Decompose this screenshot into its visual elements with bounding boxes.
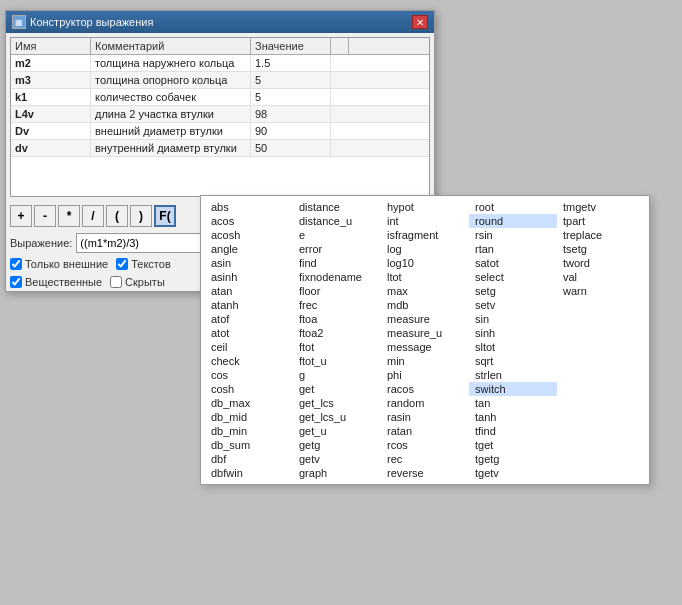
table-row[interactable]: m2 толщина наружнего кольца 1.5 <box>11 55 429 72</box>
func-atof[interactable]: atof <box>205 312 293 326</box>
func-setg[interactable]: setg <box>469 284 557 298</box>
func-atot[interactable]: atot <box>205 326 293 340</box>
func-treplace[interactable]: treplace <box>557 228 645 242</box>
func-get_u[interactable]: get_u <box>293 424 381 438</box>
func-asinh[interactable]: asinh <box>205 270 293 284</box>
func-sqrt[interactable]: sqrt <box>469 354 557 368</box>
func-random[interactable]: random <box>381 396 469 410</box>
func-sinh[interactable]: sinh <box>469 326 557 340</box>
func-frec[interactable]: frec <box>293 298 381 312</box>
func-ceil[interactable]: ceil <box>205 340 293 354</box>
func-get_lcs_u[interactable]: get_lcs_u <box>293 410 381 424</box>
func-db_mid[interactable]: db_mid <box>205 410 293 424</box>
func-acos[interactable]: acos <box>205 214 293 228</box>
func-tgetv[interactable]: tgetv <box>469 466 557 480</box>
open-paren-button[interactable]: ( <box>106 205 128 227</box>
func-g[interactable]: g <box>293 368 381 382</box>
func-tget[interactable]: tget <box>469 438 557 452</box>
func-sin[interactable]: sin <box>469 312 557 326</box>
func-ftot[interactable]: ftot <box>293 340 381 354</box>
func-log[interactable]: log <box>381 242 469 256</box>
func-switch[interactable]: switch <box>469 382 557 396</box>
table-row[interactable]: Dv внешний диаметр втулки 90 <box>11 123 429 140</box>
multiply-button[interactable]: * <box>58 205 80 227</box>
func-find[interactable]: find <box>293 256 381 270</box>
function-dropdown[interactable]: abs acos acosh angle asin asinh atan ata… <box>200 195 650 485</box>
func-tan[interactable]: tan <box>469 396 557 410</box>
checkbox-only-external[interactable]: Только внешние <box>10 258 108 270</box>
close-button[interactable]: ✕ <box>412 15 428 29</box>
func-strlen[interactable]: strlen <box>469 368 557 382</box>
func-tfind[interactable]: tfind <box>469 424 557 438</box>
func-atan[interactable]: atan <box>205 284 293 298</box>
func-get[interactable]: get <box>293 382 381 396</box>
func-message[interactable]: message <box>381 340 469 354</box>
func-dbfwin[interactable]: dbfwin <box>205 466 293 480</box>
close-paren-button[interactable]: ) <box>130 205 152 227</box>
table-row[interactable]: L4v длина 2 участка втулки 98 <box>11 106 429 123</box>
func-e[interactable]: e <box>293 228 381 242</box>
func-getg[interactable]: getg <box>293 438 381 452</box>
plus-button[interactable]: + <box>10 205 32 227</box>
func-db_min[interactable]: db_min <box>205 424 293 438</box>
table-row[interactable]: dv внутренний диаметр втулки 50 <box>11 140 429 157</box>
func-get_lcs[interactable]: get_lcs <box>293 396 381 410</box>
func-isfragment[interactable]: isfragment <box>381 228 469 242</box>
func-min[interactable]: min <box>381 354 469 368</box>
func-atanh[interactable]: atanh <box>205 298 293 312</box>
func-tmgetv[interactable]: tmgetv <box>557 200 645 214</box>
func-phi[interactable]: phi <box>381 368 469 382</box>
func-sltot[interactable]: sltot <box>469 340 557 354</box>
func-rasin[interactable]: rasin <box>381 410 469 424</box>
table-body[interactable]: m2 толщина наружнего кольца 1.5 m3 толщи… <box>11 55 429 191</box>
func-check[interactable]: check <box>205 354 293 368</box>
func-graph[interactable]: graph <box>293 466 381 480</box>
func-dbf[interactable]: dbf <box>205 452 293 466</box>
func-acosh[interactable]: acosh <box>205 228 293 242</box>
func-floor[interactable]: floor <box>293 284 381 298</box>
checkbox-text[interactable]: Текстов <box>116 258 171 270</box>
func-tsetg[interactable]: tsetg <box>557 242 645 256</box>
func-ltot[interactable]: ltot <box>381 270 469 284</box>
func-round[interactable]: round <box>469 214 557 228</box>
func-ftoa[interactable]: ftoa <box>293 312 381 326</box>
func-val[interactable]: val <box>557 270 645 284</box>
func-distance_u[interactable]: distance_u <box>293 214 381 228</box>
func-abs[interactable]: abs <box>205 200 293 214</box>
func-racos[interactable]: racos <box>381 382 469 396</box>
func-tword[interactable]: tword <box>557 256 645 270</box>
func-angle[interactable]: angle <box>205 242 293 256</box>
func-mdb[interactable]: mdb <box>381 298 469 312</box>
func-max[interactable]: max <box>381 284 469 298</box>
func-distance[interactable]: distance <box>293 200 381 214</box>
func-warn[interactable]: warn <box>557 284 645 298</box>
func-int[interactable]: int <box>381 214 469 228</box>
func-db_sum[interactable]: db_sum <box>205 438 293 452</box>
func-hypot[interactable]: hypot <box>381 200 469 214</box>
func-ratan[interactable]: ratan <box>381 424 469 438</box>
func-db_max[interactable]: db_max <box>205 396 293 410</box>
func-reverse[interactable]: reverse <box>381 466 469 480</box>
func-setv[interactable]: setv <box>469 298 557 312</box>
func-satot[interactable]: satot <box>469 256 557 270</box>
func-log10[interactable]: log10 <box>381 256 469 270</box>
checkbox-hidden[interactable]: Скрыты <box>110 276 165 288</box>
func-cosh[interactable]: cosh <box>205 382 293 396</box>
table-row[interactable]: k1 количество собачек 5 <box>11 89 429 106</box>
func-asin[interactable]: asin <box>205 256 293 270</box>
minus-button[interactable]: - <box>34 205 56 227</box>
func-tgetg[interactable]: tgetg <box>469 452 557 466</box>
func-cos[interactable]: cos <box>205 368 293 382</box>
func-measure[interactable]: measure <box>381 312 469 326</box>
func-tpart[interactable]: tpart <box>557 214 645 228</box>
func-tanh[interactable]: tanh <box>469 410 557 424</box>
divide-button[interactable]: / <box>82 205 104 227</box>
func-measure_u[interactable]: measure_u <box>381 326 469 340</box>
func-rec[interactable]: rec <box>381 452 469 466</box>
func-rsin[interactable]: rsin <box>469 228 557 242</box>
func-ftoa2[interactable]: ftoa2 <box>293 326 381 340</box>
func-ftot_u[interactable]: ftot_u <box>293 354 381 368</box>
func-error[interactable]: error <box>293 242 381 256</box>
checkbox-real[interactable]: Вещественные <box>10 276 102 288</box>
func-rtan[interactable]: rtan <box>469 242 557 256</box>
